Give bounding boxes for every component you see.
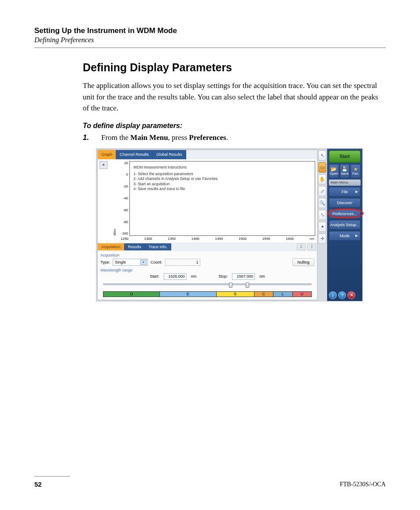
step-text-bold: Preferences bbox=[189, 133, 226, 142]
x-tick: 1500 bbox=[239, 237, 247, 241]
collapse-up-button[interactable]: ⇧ bbox=[307, 243, 316, 250]
tab-trace-info[interactable]: Trace Info. bbox=[145, 243, 172, 250]
start-input[interactable]: 1526.000 bbox=[164, 273, 187, 280]
plot-instructions-line: 1- Select the acquisition parameters bbox=[133, 172, 217, 176]
plot-canvas[interactable]: WDM measurement instructions 1- Select t… bbox=[129, 161, 315, 236]
acquisition-panel: Acquisition Type: Single ▾ Count: 1 Null… bbox=[98, 251, 317, 300]
tab-results[interactable]: Results bbox=[125, 243, 145, 250]
origin-icon[interactable]: ✶ bbox=[99, 161, 107, 169]
fav-label: Fav. bbox=[352, 172, 359, 176]
hand-tool-icon[interactable]: ✋ bbox=[318, 174, 326, 184]
step-number: 1. bbox=[83, 133, 92, 142]
section-subtitle: Defining Preferences bbox=[34, 36, 386, 44]
start-button[interactable]: Start bbox=[329, 150, 361, 163]
y-tick: -60 bbox=[123, 208, 128, 212]
save-icon: 💾 bbox=[342, 167, 348, 172]
wavelength-slider[interactable] bbox=[100, 283, 314, 289]
x-tick: 1350 bbox=[168, 237, 176, 241]
menu-label: File bbox=[342, 190, 348, 194]
main-menu-header: Main Menu bbox=[329, 180, 361, 186]
main-menu-sidebar: Start 📂Open 💾Save ★Fav. Main Menu File▶ … bbox=[327, 149, 362, 301]
slider-thumb-start[interactable] bbox=[229, 283, 232, 288]
tab-graph[interactable]: Graph bbox=[98, 150, 116, 159]
menu-mode[interactable]: Mode▶ bbox=[329, 231, 361, 241]
menu-label: Mode bbox=[340, 234, 350, 238]
crosshair-tool-icon[interactable]: ✛ bbox=[318, 234, 326, 244]
tab-acquisition[interactable]: Acquisition bbox=[98, 243, 125, 250]
graph-area: ✶ dBm 20 0 -20 -40 -60 -80 -100 bbox=[98, 159, 317, 242]
x-tick: 1550 bbox=[262, 237, 270, 241]
slider-thumb-stop[interactable] bbox=[246, 283, 249, 288]
plot-instructions-line: 4- Save results and trace to file bbox=[133, 187, 217, 191]
nulling-button[interactable]: Nulling bbox=[292, 258, 314, 266]
zoom-in-icon[interactable]: 🔍 bbox=[318, 198, 326, 208]
top-tab-bar: Graph Channel Results Global Results bbox=[98, 150, 317, 159]
x-tick: 1600 bbox=[286, 237, 294, 241]
type-select[interactable]: Single ▾ bbox=[113, 259, 148, 266]
acq-panel-label: Acquisition bbox=[100, 253, 314, 257]
footer-buttons: i ? ✕ bbox=[329, 290, 361, 299]
menu-analysis-setup[interactable]: Analysis Setup... bbox=[329, 220, 361, 230]
collapse-down-button[interactable]: ⇩ bbox=[297, 243, 306, 250]
page-number: 52 bbox=[34, 481, 42, 488]
type-value: Single bbox=[115, 260, 126, 264]
app-screenshot: Graph Channel Results Global Results ✶ d… bbox=[96, 148, 363, 301]
stop-label: Stop: bbox=[218, 274, 228, 279]
dropdown-arrow-icon: ▾ bbox=[140, 260, 147, 265]
page-footer: 52 FTB-5230S/-OCA bbox=[34, 481, 386, 488]
marker-tool-icon[interactable]: ✦ bbox=[318, 222, 326, 232]
help-icon[interactable]: ? bbox=[338, 291, 346, 299]
zoom-out-icon[interactable]: ⤢ bbox=[318, 186, 326, 196]
pointer-tool-icon[interactable]: ▭ bbox=[318, 162, 326, 172]
band-c: C bbox=[254, 292, 273, 297]
save-button[interactable]: 💾Save bbox=[340, 164, 350, 178]
start-unit: nm bbox=[191, 274, 197, 279]
wavelength-label: Wavelength range bbox=[100, 268, 314, 272]
step-text-fragment: . bbox=[226, 133, 228, 142]
type-label: Type: bbox=[100, 260, 110, 264]
open-button[interactable]: 📂Open bbox=[329, 164, 339, 178]
start-label: Start: bbox=[150, 274, 159, 279]
highlight-callout bbox=[328, 209, 364, 218]
heading: Defining Display Parameters bbox=[83, 61, 386, 74]
menu-file[interactable]: File▶ bbox=[329, 187, 361, 197]
zoom-fit-icon[interactable]: ⤡ bbox=[318, 210, 326, 220]
body-paragraph: The application allows you to set displa… bbox=[83, 80, 386, 114]
step-row: 1. From the Main Menu, press Preferences… bbox=[83, 133, 386, 142]
product-id: FTB-5230S/-OCA bbox=[340, 481, 386, 488]
chevron-right-icon: ▶ bbox=[355, 234, 358, 238]
y-tick: -40 bbox=[123, 196, 128, 200]
step-text-fragment: From the bbox=[101, 133, 130, 142]
x-axis-unit: nm bbox=[309, 237, 314, 241]
x-axis-ticks: 1250 1300 1350 1400 1450 1500 1550 1600 … bbox=[109, 236, 315, 241]
menu-discover[interactable]: Discover bbox=[329, 198, 361, 208]
stop-unit: nm bbox=[259, 274, 265, 279]
count-label: Count: bbox=[151, 260, 162, 264]
y-tick: -20 bbox=[123, 184, 128, 188]
count-input[interactable]: 1 bbox=[165, 259, 200, 266]
procedure-subheading: To define display parameters: bbox=[83, 122, 386, 130]
y-tick: -80 bbox=[123, 220, 128, 224]
info-icon[interactable]: i bbox=[329, 291, 337, 299]
tab-global-results[interactable]: Global Results bbox=[153, 150, 186, 159]
x-tick: 1250 bbox=[121, 237, 129, 241]
cursor-tool-icon[interactable]: ↖ bbox=[318, 150, 326, 161]
menu-preferences[interactable]: Preferences... bbox=[329, 209, 361, 219]
band-s: S bbox=[217, 292, 254, 297]
chapter-title: Setting Up the Instrument in WDM Mode bbox=[34, 26, 386, 35]
close-icon[interactable]: ✕ bbox=[347, 291, 355, 299]
y-axis-label: dBm bbox=[113, 161, 117, 236]
x-tick: 1450 bbox=[215, 237, 223, 241]
step-text-fragment: , press bbox=[168, 133, 189, 142]
tab-channel-results[interactable]: Channel Results bbox=[116, 150, 153, 159]
stop-input[interactable]: 1567.000 bbox=[232, 273, 255, 280]
step-text-bold: Main Menu bbox=[130, 133, 168, 142]
y-tick: -100 bbox=[121, 231, 128, 235]
plot-instructions-line: 2- Add channels in Analysis Setup or use… bbox=[133, 176, 217, 181]
band-o: O bbox=[103, 292, 160, 297]
footer-rule bbox=[34, 476, 70, 477]
open-icon: 📂 bbox=[331, 167, 337, 172]
plot-instructions-line: 3- Start an acquisition bbox=[133, 182, 217, 187]
y-tick: 20 bbox=[124, 161, 128, 165]
favorites-button[interactable]: ★Fav. bbox=[350, 164, 361, 178]
